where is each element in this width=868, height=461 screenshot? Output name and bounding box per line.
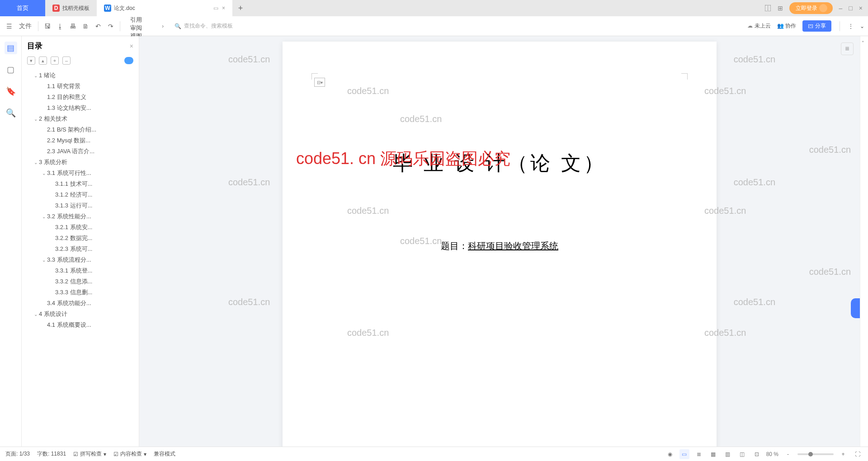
search-box[interactable]: 🔍 查找命令、搜索模板 bbox=[175, 22, 265, 30]
page-options-icon[interactable]: ≡ bbox=[841, 42, 854, 55]
view-extra-icon[interactable]: ◫ bbox=[737, 449, 747, 459]
zoom-in-icon[interactable]: + bbox=[838, 449, 848, 459]
outline-remove[interactable]: – bbox=[62, 56, 71, 65]
header-marker-icon[interactable]: ⊟▾ bbox=[314, 78, 325, 87]
watermark: code51.cn bbox=[734, 177, 775, 188]
find-icon[interactable]: 🔍 bbox=[5, 107, 17, 119]
outline-item[interactable]: 1.1 研究背景 bbox=[22, 81, 139, 92]
tab-add[interactable]: + bbox=[232, 0, 249, 16]
content-check[interactable]: ☑ 内容检查 ▾ bbox=[113, 450, 146, 458]
undo-icon[interactable]: ↶ bbox=[93, 21, 104, 32]
outline-item[interactable]: 3.2.3 系统可... bbox=[22, 244, 139, 254]
outline-item[interactable]: 2.2 Mysql 数据... bbox=[22, 135, 139, 146]
share-icon: ⮹ bbox=[808, 23, 813, 29]
chevron-down-icon[interactable]: ⌄ bbox=[33, 117, 39, 122]
spell-check[interactable]: ☑ 拼写检查 ▾ bbox=[73, 450, 106, 458]
zoom-value[interactable]: 80 % bbox=[766, 451, 778, 457]
ribbon-collapse-icon[interactable]: ⌄ bbox=[860, 23, 864, 29]
zoom-slider[interactable] bbox=[797, 453, 834, 455]
outline-item[interactable]: 1.2 目的和意义 bbox=[22, 92, 139, 103]
outline-item[interactable]: ⌄3.3 系统流程分... bbox=[22, 254, 139, 265]
outline-collapse-all[interactable]: ▴ bbox=[39, 56, 47, 65]
chevron-down-icon[interactable]: ⌄ bbox=[41, 214, 47, 219]
chevron-down-icon[interactable]: ⌄ bbox=[33, 73, 39, 78]
print-preview-icon[interactable]: 🗎 bbox=[80, 21, 91, 32]
hamburger-icon[interactable]: ☰ bbox=[4, 21, 14, 32]
outline-item[interactable]: ⌄3.1 系统可行性... bbox=[22, 168, 139, 179]
tab-template[interactable]: D 找稻壳模板 bbox=[45, 0, 97, 16]
outline-item[interactable]: 3.4 系统功能分... bbox=[22, 298, 139, 309]
cloud-status[interactable]: ☁ 未上云 bbox=[747, 22, 770, 30]
reading-view-icon[interactable]: ▥ bbox=[723, 449, 733, 459]
outline-item[interactable]: ⌄3.2 系统性能分... bbox=[22, 211, 139, 222]
bookmark-rail-icon[interactable]: ▢ bbox=[5, 63, 17, 76]
document-canvas[interactable]: ≡ ⊟▾ 毕 业 设 计（论 文） 题目：科研项目验收管理系统 code51.c… bbox=[139, 36, 860, 447]
outline-item[interactable]: ⌄2 相关技术 bbox=[22, 113, 139, 124]
outline-icon[interactable]: ▤ bbox=[5, 42, 17, 54]
outline-item[interactable]: 3.1.2 经济可... bbox=[22, 189, 139, 200]
window-maximize-icon[interactable]: □ bbox=[849, 5, 852, 12]
redo-icon[interactable]: ↷ bbox=[105, 21, 116, 32]
tab-close-icon[interactable]: × bbox=[222, 5, 225, 11]
ribbon-options-icon[interactable]: ⋮ bbox=[848, 23, 854, 29]
chevron-down-icon[interactable]: ⌄ bbox=[41, 258, 47, 263]
ribbon-more-icon[interactable]: › bbox=[162, 23, 164, 29]
web-view-icon[interactable]: ▦ bbox=[708, 449, 718, 459]
chevron-down-icon[interactable]: ⌄ bbox=[33, 312, 39, 317]
tab-home[interactable]: 首页 bbox=[0, 0, 45, 16]
tab-window-icon[interactable]: ▭ bbox=[213, 5, 218, 11]
outline-add[interactable]: + bbox=[51, 56, 59, 65]
tab-document[interactable]: W 论文.doc ▭ × bbox=[97, 0, 232, 16]
export-icon[interactable]: ⭳ bbox=[55, 21, 66, 32]
login-button[interactable]: 立即登录 bbox=[789, 2, 833, 14]
chevron-down-icon[interactable]: ⌄ bbox=[41, 171, 47, 176]
outline-item[interactable]: 3.2.1 系统安... bbox=[22, 222, 139, 233]
window-close-icon[interactable]: × bbox=[859, 5, 863, 12]
outline-item[interactable]: 2.1 B/S 架构介绍... bbox=[22, 124, 139, 135]
outline-item[interactable]: 3.1.1 技术可... bbox=[22, 179, 139, 189]
window-minimize-icon[interactable]: – bbox=[839, 5, 843, 12]
outline-close-icon[interactable]: × bbox=[130, 42, 133, 50]
fullscreen-icon[interactable]: ⛶ bbox=[853, 449, 863, 459]
word-count[interactable]: 字数: 11831 bbox=[37, 450, 66, 458]
split-screen-icon[interactable]: ⿰ bbox=[765, 5, 771, 12]
outline-item[interactable]: ⌄4 系统设计 bbox=[22, 309, 139, 320]
page-indicator[interactable]: 页面: 1/33 bbox=[5, 450, 30, 458]
ribbon-menu-3[interactable]: 引用 bbox=[124, 16, 160, 24]
outline-item-label: 3.2.3 系统可... bbox=[55, 245, 92, 253]
outline-item[interactable]: 3.3.2 信息添... bbox=[22, 276, 139, 287]
outline-item[interactable]: 3.3.3 信息删... bbox=[22, 287, 139, 298]
app-grid-icon[interactable]: ⊞ bbox=[778, 5, 783, 12]
bookmark-icon[interactable]: 🔖 bbox=[5, 85, 17, 98]
ribbon-menu-4[interactable]: 审阅 bbox=[124, 24, 160, 32]
scroll-top-icon[interactable]: ▪ bbox=[862, 39, 864, 44]
zoom-fit-icon[interactable]: ⊡ bbox=[752, 449, 762, 459]
print-icon[interactable]: 🖶 bbox=[67, 21, 78, 32]
outline-item-label: 3.2.1 系统安... bbox=[55, 223, 92, 231]
outline-expand-all[interactable]: ▾ bbox=[27, 56, 35, 65]
chevron-down-icon[interactable]: ⌄ bbox=[33, 160, 39, 165]
outline-item[interactable]: ⌄3 系统分析 bbox=[22, 157, 139, 168]
outline-item[interactable]: 3.2.2 数据完... bbox=[22, 233, 139, 244]
ribbon: ☰ 文件 🖫 ⭳ 🖶 🗎 ↶ ↷ 开始插入页面布局引用审阅视图章节开发工具会员专… bbox=[0, 16, 868, 36]
side-fab[interactable] bbox=[851, 298, 860, 318]
outline-item[interactable]: 2.3 JAVA 语言介... bbox=[22, 146, 139, 157]
outline-view-icon[interactable]: ≣ bbox=[694, 449, 704, 459]
collab-button[interactable]: 👥 协作 bbox=[777, 22, 796, 30]
outline-item[interactable]: 4.1 系统概要设... bbox=[22, 320, 139, 330]
watermark: code51.cn bbox=[228, 297, 270, 307]
outline-item[interactable]: 3.3.1 系统登... bbox=[22, 265, 139, 276]
outline-item[interactable]: ⌄1 绪论 bbox=[22, 70, 139, 81]
outline-item[interactable]: 3.1.3 运行可... bbox=[22, 200, 139, 211]
document-page: ⊟▾ 毕 业 设 计（论 文） 题目：科研项目验收管理系统 code51.cn … bbox=[283, 42, 717, 447]
zoom-out-icon[interactable]: - bbox=[783, 449, 793, 459]
page-view-icon[interactable]: ▭ bbox=[679, 449, 689, 459]
outline-sync-icon[interactable] bbox=[124, 57, 133, 64]
eye-icon[interactable]: ◉ bbox=[665, 449, 675, 459]
outline-item[interactable]: 1.3 论文结构安... bbox=[22, 103, 139, 113]
save-icon[interactable]: 🖫 bbox=[42, 21, 53, 32]
login-label: 立即登录 bbox=[796, 5, 817, 12]
file-menu[interactable]: 文件 bbox=[16, 21, 34, 32]
share-button[interactable]: ⮹ 分享 bbox=[802, 20, 831, 32]
vertical-scrollbar[interactable]: ▪ bbox=[860, 36, 868, 447]
